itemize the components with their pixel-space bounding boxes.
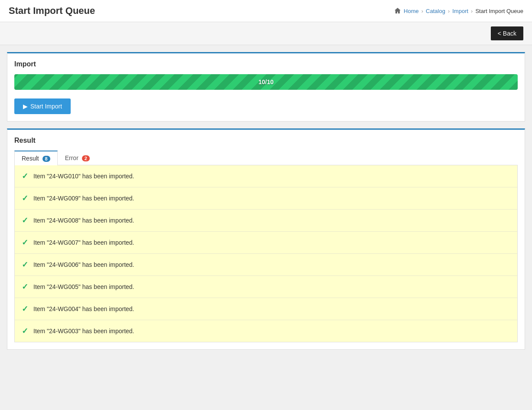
result-text: Item "24-WG007" has been imported. xyxy=(33,239,134,246)
start-import-label: Start Import xyxy=(30,103,62,110)
check-icon: ✓ xyxy=(22,304,28,314)
start-import-button[interactable]: ▶ Start Import xyxy=(14,98,71,114)
result-section: Result Result 8 Error 2 ✓ Item "24-WG010… xyxy=(7,128,525,350)
import-section: Import 10/10 ▶ Start Import xyxy=(7,52,525,121)
check-icon: ✓ xyxy=(22,238,28,247)
home-icon xyxy=(394,7,401,14)
breadcrumb-sep-2: › xyxy=(448,8,450,14)
tab-result-label: Result xyxy=(22,155,39,162)
progress-bar-inner: 10/10 xyxy=(14,74,518,90)
check-icon: ✓ xyxy=(22,260,28,269)
play-icon: ▶ xyxy=(23,103,28,110)
back-button[interactable]: < Back xyxy=(491,26,523,40)
import-section-label: Import xyxy=(14,60,518,68)
result-item: ✓ Item "24-WG010" has been imported. xyxy=(15,165,517,187)
result-item: ✓ Item "24-WG009" has been imported. xyxy=(15,187,517,210)
result-text: Item "24-WG005" has been imported. xyxy=(33,283,134,290)
breadcrumb-catalog[interactable]: Catalog xyxy=(426,8,445,14)
breadcrumb-sep-1: › xyxy=(421,8,423,14)
result-item: ✓ Item "24-WG008" has been imported. xyxy=(15,210,517,232)
check-icon: ✓ xyxy=(22,171,28,181)
tab-error-label: Error xyxy=(65,154,78,161)
result-item: ✓ Item "24-WG003" has been imported. xyxy=(15,320,517,342)
result-text: Item "24-WG004" has been imported. xyxy=(33,305,134,312)
tab-error[interactable]: Error 2 xyxy=(58,151,97,165)
check-icon: ✓ xyxy=(22,216,28,225)
result-text: Item "24-WG003" has been imported. xyxy=(33,328,134,335)
tab-result[interactable]: Result 8 xyxy=(14,151,58,165)
tab-error-badge: 2 xyxy=(82,155,90,161)
result-text: Item "24-WG009" has been imported. xyxy=(33,195,134,202)
breadcrumb: Home › Catalog › Import › Start Import Q… xyxy=(394,7,523,14)
check-icon: ✓ xyxy=(22,282,28,292)
breadcrumb-home[interactable]: Home xyxy=(404,8,419,14)
check-icon: ✓ xyxy=(22,326,28,336)
main-content: Import 10/10 ▶ Start Import Result Resul… xyxy=(0,45,532,357)
result-text: Item "24-WG008" has been imported. xyxy=(33,217,134,224)
check-icon: ✓ xyxy=(22,194,28,203)
breadcrumb-import[interactable]: Import xyxy=(452,8,468,14)
progress-container: 10/10 xyxy=(14,74,518,90)
result-item: ✓ Item "24-WG006" has been imported. xyxy=(15,254,517,276)
progress-bar-outer: 10/10 xyxy=(14,74,518,90)
result-item: ✓ Item "24-WG005" has been imported. xyxy=(15,276,517,298)
result-text: Item "24-WG010" has been imported. xyxy=(33,173,134,180)
page-title: Start Import Queue xyxy=(9,5,95,16)
page-header: Start Import Queue Home › Catalog › Impo… xyxy=(0,0,532,22)
result-list: ✓ Item "24-WG010" has been imported. ✓ I… xyxy=(14,165,518,342)
result-item: ✓ Item "24-WG007" has been imported. xyxy=(15,232,517,254)
breadcrumb-sep-3: › xyxy=(471,8,473,14)
result-tabs: Result 8 Error 2 xyxy=(14,151,518,165)
result-item: ✓ Item "24-WG004" has been imported. xyxy=(15,298,517,320)
result-text: Item "24-WG006" has been imported. xyxy=(33,261,134,268)
result-section-label: Result xyxy=(14,137,518,144)
progress-text: 10/10 xyxy=(258,79,274,85)
back-bar: < Back xyxy=(0,22,532,45)
tab-result-badge: 8 xyxy=(42,156,50,162)
breadcrumb-current: Start Import Queue xyxy=(475,8,523,14)
